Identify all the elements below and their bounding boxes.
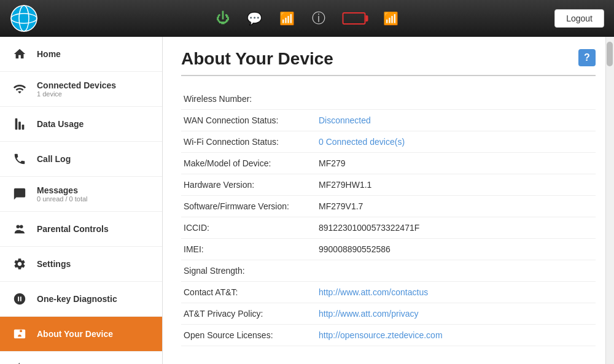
field-value[interactable]: http://www.att.com/contactus xyxy=(316,282,596,303)
topbar-icons: ⏻ 💬 📶 ⓘ 📶 xyxy=(216,9,398,28)
table-row: Signal Strength: xyxy=(181,260,596,282)
device-info-table: Wireless Number:WAN Connection Status:Di… xyxy=(181,88,596,346)
content-header: About Your Device ? xyxy=(181,49,596,76)
wifi-icon xyxy=(10,79,29,99)
sidebar-item-settings[interactable]: Settings xyxy=(0,247,162,282)
field-label: Open Source Licenses: xyxy=(181,325,316,346)
scrollbar-thumb[interactable] xyxy=(607,42,613,66)
about-icon xyxy=(10,324,29,344)
sidebar-item-label: About Your Device xyxy=(37,329,113,339)
field-label: Software/Firmware Version: xyxy=(181,196,316,217)
settings-icon xyxy=(10,254,29,274)
field-label: AT&T Privacy Policy: xyxy=(181,303,316,325)
sidebar-item-label: Messages xyxy=(37,185,88,195)
table-row: ICCID:89122301000573322471F xyxy=(181,217,596,239)
sidebar-item-about-your-device[interactable]: About Your Device xyxy=(0,317,162,352)
topbar: ⏻ 💬 📶 ⓘ 📶 Logout xyxy=(0,0,614,37)
update-icon xyxy=(10,359,29,364)
field-value[interactable]: 0 Connected device(s) xyxy=(316,131,596,153)
table-row: Wi-Fi Connection Status:0 Connected devi… xyxy=(181,131,596,153)
field-value xyxy=(316,88,596,110)
field-value: 89122301000573322471F xyxy=(316,217,596,239)
phone-icon xyxy=(10,149,29,169)
field-label: Signal Strength: xyxy=(181,260,316,282)
content-area: About Your Device ? Wireless Number:WAN … xyxy=(163,37,614,364)
field-label: Wireless Number: xyxy=(181,88,316,110)
svg-rect-5 xyxy=(18,122,21,130)
sidebar-item-messages[interactable]: Messages0 unread / 0 total xyxy=(0,177,162,212)
message-icon xyxy=(10,184,29,204)
power-icon[interactable]: ⏻ xyxy=(216,10,230,26)
field-label: WAN Connection Status: xyxy=(181,110,316,131)
table-row: Open Source Licenses:http://opensource.z… xyxy=(181,325,596,346)
data-icon xyxy=(10,114,29,134)
table-row: Wireless Number: xyxy=(181,88,596,110)
field-link[interactable]: http://opensource.ztedevice.com xyxy=(319,330,443,340)
field-label: ICCID: xyxy=(181,217,316,239)
sidebar-item-label: One-key Diagnostic xyxy=(37,294,117,304)
scrollbar-track[interactable] xyxy=(605,37,614,364)
field-value[interactable]: Disconnected xyxy=(316,110,596,131)
field-value[interactable]: http://www.att.com/privacy xyxy=(316,303,596,325)
sidebar-item-att-software-update[interactable]: AT&T Software Update xyxy=(0,352,162,364)
field-value: MF279 xyxy=(316,153,596,174)
logout-button[interactable]: Logout xyxy=(554,9,604,28)
svg-point-7 xyxy=(17,225,20,229)
field-label: Make/Model of Device: xyxy=(181,153,316,174)
info-icon[interactable]: ⓘ xyxy=(312,9,325,28)
sidebar: HomeConnected Devices1 deviceData UsageC… xyxy=(0,37,163,364)
sidebar-item-parental-controls[interactable]: Parental Controls xyxy=(0,212,162,247)
table-row: WAN Connection Status:Disconnected xyxy=(181,110,596,131)
home-icon xyxy=(10,44,29,64)
sidebar-item-call-log[interactable]: Call Log xyxy=(0,142,162,177)
field-label: Hardware Version: xyxy=(181,174,316,196)
svg-rect-4 xyxy=(15,118,18,130)
battery-icon xyxy=(343,12,366,25)
field-link[interactable]: http://www.att.com/contactus xyxy=(319,287,428,297)
field-value: MF279HW1.1 xyxy=(316,174,596,196)
svg-point-8 xyxy=(20,225,23,229)
page-title: About Your Device xyxy=(181,49,333,69)
field-label: Contact AT&T: xyxy=(181,282,316,303)
signal-icon: 📶 xyxy=(383,11,398,26)
table-row: AT&T Privacy Policy:http://www.att.com/p… xyxy=(181,303,596,325)
help-button[interactable]: ? xyxy=(578,49,596,66)
table-row: Contact AT&T:http://www.att.com/contactu… xyxy=(181,282,596,303)
sidebar-item-connected-devices[interactable]: Connected Devices1 device xyxy=(0,72,162,107)
sidebar-item-label: Data Usage xyxy=(37,119,84,129)
sidebar-item-home[interactable]: Home xyxy=(0,37,162,72)
messages-icon[interactable]: 💬 xyxy=(247,11,262,26)
field-link[interactable]: 0 Connected device(s) xyxy=(319,137,405,147)
table-row: IMEI:990008890552586 xyxy=(181,239,596,260)
field-link[interactable]: Disconnected xyxy=(319,115,371,125)
sidebar-item-label: Connected Devices xyxy=(37,80,116,90)
field-link[interactable]: http://www.att.com/privacy xyxy=(319,309,419,319)
sidebar-item-sublabel: 1 device xyxy=(37,90,116,98)
wifi-icon[interactable]: 📶 xyxy=(279,11,295,26)
diagnostic-icon xyxy=(10,289,29,309)
sidebar-item-label: Home xyxy=(37,49,61,59)
sidebar-item-data-usage[interactable]: Data Usage xyxy=(0,107,162,142)
att-logo xyxy=(10,4,38,33)
parental-icon xyxy=(10,219,29,239)
field-value xyxy=(316,260,596,282)
field-label: IMEI: xyxy=(181,239,316,260)
sidebar-item-sublabel: 0 unread / 0 total xyxy=(37,195,88,203)
field-value: MF279V1.7 xyxy=(316,196,596,217)
sidebar-item-label: Call Log xyxy=(37,154,71,164)
sidebar-item-label: Parental Controls xyxy=(37,224,109,234)
field-label: Wi-Fi Connection Status: xyxy=(181,131,316,153)
table-row: Make/Model of Device:MF279 xyxy=(181,153,596,174)
main-layout: HomeConnected Devices1 deviceData UsageC… xyxy=(0,37,614,364)
sidebar-item-one-key-diagnostic[interactable]: One-key Diagnostic xyxy=(0,282,162,317)
table-row: Software/Firmware Version:MF279V1.7 xyxy=(181,196,596,217)
svg-rect-6 xyxy=(22,125,25,130)
field-value: 990008890552586 xyxy=(316,239,596,260)
table-row: Hardware Version:MF279HW1.1 xyxy=(181,174,596,196)
field-value[interactable]: http://opensource.ztedevice.com xyxy=(316,325,596,346)
sidebar-item-label: Settings xyxy=(37,259,71,269)
